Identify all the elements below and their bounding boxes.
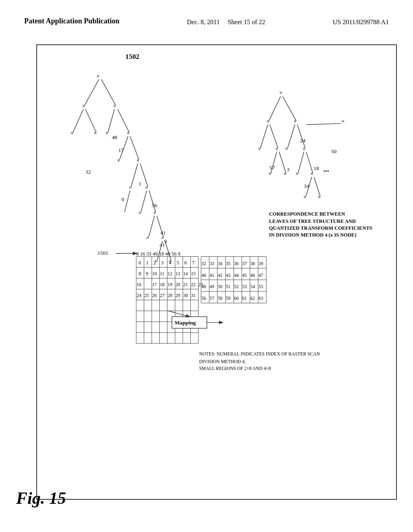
rnode-lrr: × <box>284 170 287 177</box>
number-grid: 0 1 2 3 4 5 6 7 8 9 10 11 12 13 14 15 17… <box>136 257 203 344</box>
svg-line-118 <box>261 125 268 148</box>
corr-text-2: LEAVES OF TREE STRUCTURE AND <box>269 218 356 224</box>
svg-text:16: 16 <box>137 282 142 287</box>
svg-text:18: 18 <box>160 282 165 287</box>
svg-text:24: 24 <box>137 293 142 298</box>
label-0: 0 <box>121 196 124 202</box>
node-x-root: × <box>96 73 100 79</box>
svg-text:2: 2 <box>153 260 156 266</box>
label-1-small: 1 <box>139 181 142 187</box>
svg-text:54: 54 <box>250 284 255 289</box>
svg-text:42: 42 <box>218 273 223 278</box>
svg-text:52: 52 <box>234 284 239 289</box>
patent-number: US 2011/0299788 A1 <box>333 16 389 27</box>
svg-text:50: 50 <box>218 284 223 289</box>
svg-line-11 <box>141 191 146 212</box>
rnode-lrl: × <box>268 170 272 177</box>
svg-line-1 <box>101 79 116 105</box>
node-x-rrrll: × <box>129 184 132 191</box>
svg-text:60: 60 <box>234 296 239 301</box>
division-text-1: DIVISION METHOD 4; <box>199 359 246 364</box>
svg-text:43: 43 <box>226 273 231 278</box>
svg-text:49: 49 <box>210 284 215 289</box>
svg-text:5: 5 <box>177 260 179 266</box>
label-17: 17 <box>119 147 124 153</box>
svg-text:61: 61 <box>242 296 247 301</box>
node-x-rr: × <box>127 129 130 136</box>
node-x-lr: × <box>94 129 97 136</box>
svg-text:33: 33 <box>210 261 215 266</box>
svg-text:31: 31 <box>191 293 196 298</box>
svg-text:35: 35 <box>226 261 231 266</box>
svg-text:12: 12 <box>168 271 173 276</box>
rnode-rrr: × <box>310 170 314 177</box>
svg-text:26: 26 <box>152 293 157 298</box>
label-57: 57 <box>269 164 275 170</box>
label-56: 56 <box>152 202 157 208</box>
rnode-rr: × <box>302 145 306 152</box>
svg-text:17: 17 <box>152 282 157 287</box>
node-x-rl: × <box>105 129 109 136</box>
svg-line-9 <box>140 164 148 187</box>
svg-text:40: 40 <box>201 273 206 278</box>
ellipsis: ··· <box>323 167 329 176</box>
seq-numbers: 8 16 33 49 18 40 56 9 <box>136 251 180 257</box>
svg-text:9: 9 <box>146 271 148 276</box>
svg-text:21: 21 <box>183 282 188 287</box>
label-50: 50 <box>331 148 337 154</box>
label-18: 18 <box>314 165 319 171</box>
node-x-rrl: × <box>117 157 121 164</box>
svg-text:10: 10 <box>152 271 157 276</box>
diagram-container: 1502 × × × × × × 48 × × <box>36 44 397 500</box>
sheet-info: Sheet 15 of 22 <box>228 19 265 25</box>
corr-text-3: QUANTIZED TRANSFORM COEFFICIENTS <box>269 225 372 231</box>
svg-line-10 <box>125 191 130 212</box>
rnode-far-r: × <box>341 118 345 125</box>
node-branch-l: × <box>138 209 142 216</box>
svg-line-8 <box>131 164 138 187</box>
node-x-r1: × <box>113 102 117 109</box>
svg-text:29: 29 <box>175 293 180 298</box>
svg-text:32: 32 <box>201 261 206 266</box>
svg-text:7: 7 <box>192 260 194 266</box>
rnode-lr: × <box>275 145 279 152</box>
svg-text:34: 34 <box>218 261 223 266</box>
svg-text:41: 41 <box>210 273 215 278</box>
svg-text:13: 13 <box>175 271 180 276</box>
svg-text:58: 58 <box>218 296 223 301</box>
svg-text:25: 25 <box>144 293 149 298</box>
svg-text:8: 8 <box>139 271 141 276</box>
svg-text:56: 56 <box>201 296 206 301</box>
svg-line-3 <box>86 109 96 133</box>
fig-label: Fig. 15 <box>16 488 66 508</box>
svg-text:39: 39 <box>259 261 263 266</box>
rnode-ll: × <box>258 145 261 152</box>
svg-text:47: 47 <box>259 273 263 278</box>
mapping-label: Mapping <box>175 320 196 326</box>
svg-text:55: 55 <box>259 284 263 289</box>
svg-line-119 <box>270 125 278 148</box>
svg-text:27: 27 <box>160 293 165 298</box>
rnode-rrl: × <box>295 170 299 177</box>
label-48: 48 <box>112 134 117 140</box>
svg-line-2 <box>73 109 83 133</box>
rnode-l1: × <box>266 118 270 125</box>
svg-line-116 <box>269 96 281 121</box>
svg-text:62: 62 <box>250 296 255 301</box>
svg-line-0 <box>85 79 99 105</box>
page-header: Patent Application Publication Dec. 8, 2… <box>0 0 413 35</box>
svg-line-114 <box>168 311 190 316</box>
number-grid-2: 32 33 34 35 36 37 38 39 40 41 42 43 44 4… <box>201 257 267 303</box>
svg-text:57: 57 <box>210 296 215 301</box>
svg-line-120 <box>288 125 295 148</box>
publication-title: Patent Application Publication <box>24 16 119 26</box>
svg-text:1: 1 <box>146 260 148 266</box>
rnode-rrrr: × <box>317 193 321 200</box>
svg-text:19: 19 <box>168 282 173 287</box>
label-41a: 41 <box>160 230 165 236</box>
svg-text:11: 11 <box>160 271 164 276</box>
svg-text:0: 0 <box>139 260 141 266</box>
rnode-root: × <box>279 89 283 96</box>
svg-line-13 <box>149 216 154 237</box>
svg-line-128 <box>306 123 341 125</box>
